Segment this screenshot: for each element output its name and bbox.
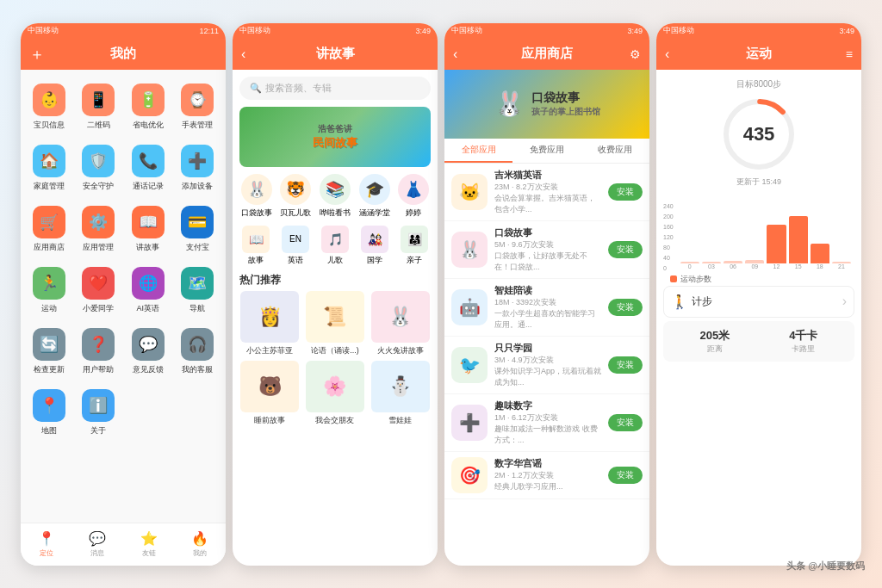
- grid-item-二维码[interactable]: 📱 二维码: [74, 77, 124, 138]
- install-button[interactable]: 安装: [608, 414, 643, 431]
- y-axis-label: 0: [663, 265, 674, 271]
- type-item-亲子[interactable]: 👨‍👩‍👧亲子: [401, 226, 428, 266]
- app-desc: 经典儿歌学习应用...: [494, 481, 601, 492]
- hot-item-雪娃娃[interactable]: ⛄雪娃娃: [370, 361, 431, 426]
- type-item-儿歌[interactable]: 🎵儿歌: [321, 226, 349, 266]
- grid-item-省电优化[interactable]: 🔋 省电优化: [123, 77, 173, 138]
- back-icon-4[interactable]: ‹: [665, 46, 669, 62]
- grid-label: 运动: [41, 303, 57, 314]
- app-item-只只学园[interactable]: 🐦 只只学园 3M · 4.9万次安装 课外知识学习App，玩着玩着就成为知..…: [444, 337, 649, 394]
- grid-item-手表管理[interactable]: ⌚ 手表管理: [173, 77, 223, 138]
- bottom-nav-item-友链[interactable]: ⭐友链: [123, 523, 175, 566]
- grid-item-检查更新[interactable]: 🔄 检查更新: [24, 321, 74, 382]
- app-info: 只只学园 3M · 4.9万次安装 课外知识学习App，玩着玩着就成为知...: [494, 342, 601, 388]
- grid-item-我的客服[interactable]: 🎧 我的客服: [173, 321, 223, 382]
- chart-area: 24020016012080400 003060912151821 运动步数: [656, 196, 861, 282]
- tab-item-全部应用[interactable]: 全部应用: [444, 139, 512, 163]
- app-icon: ➕: [451, 405, 488, 441]
- carrier-1: 中国移动: [28, 25, 59, 36]
- grid-item-小爱同学[interactable]: ❤️ 小爱同学: [74, 260, 124, 321]
- bottom-nav-item-消息[interactable]: 💬消息: [72, 523, 124, 566]
- grid-item-讲故事[interactable]: 📖 讲故事: [123, 199, 173, 260]
- install-button[interactable]: 安装: [608, 299, 643, 316]
- category-item-贝瓦儿歌[interactable]: 🐯贝瓦儿歌: [280, 174, 311, 219]
- hot-item-论语（诵读...)[interactable]: 📜论语（诵读...): [305, 291, 366, 356]
- install-button[interactable]: 安装: [608, 356, 643, 374]
- grid-item-支付宝[interactable]: 💳 支付宝: [173, 199, 223, 260]
- bottom-nav-label: 定位: [40, 548, 53, 558]
- hot-item-火火兔讲故事[interactable]: 🐰火火兔讲故事: [370, 291, 431, 356]
- back-icon-2[interactable]: ‹: [241, 46, 245, 62]
- hot-item-小公主苏菲亚[interactable]: 👸小公主苏菲亚: [239, 291, 301, 356]
- grid-item-安全守护[interactable]: 🛡️ 安全守护: [74, 138, 124, 199]
- app-item-数字华宫谣[interactable]: 🎯 数字华宫谣 2M · 1.2万次安装 经典儿歌学习应用... 安装: [444, 452, 649, 499]
- app-item-趣味数字[interactable]: ➕ 趣味数字 1M · 6.12万次安装 趣味加减法一种解数游戏 收费方式：..…: [444, 394, 649, 452]
- install-button[interactable]: 安装: [608, 183, 643, 201]
- tab-item-免费应用[interactable]: 免费应用: [512, 139, 581, 163]
- category-item-涵涵学堂[interactable]: 🎓涵涵学堂: [359, 174, 390, 219]
- grid-label: 家庭管理: [34, 181, 65, 192]
- step-count-section[interactable]: 🚶 计步 ›: [663, 286, 854, 318]
- grid-icon: 🛡️: [82, 145, 115, 177]
- app-item-口袋故事[interactable]: 🐰 口袋故事 5M · 9.6万次安装 口袋故事，让好故事无处不在！口袋故...…: [444, 221, 649, 279]
- type-icon: 🎎: [361, 226, 388, 253]
- tab-item-收费应用[interactable]: 收费应用: [581, 139, 649, 163]
- step-count-label: 🚶 计步: [671, 294, 712, 310]
- grid-item-宝贝信息[interactable]: 👶 宝贝信息: [24, 77, 74, 138]
- grid-label: 导航: [189, 303, 205, 314]
- app-icon: 🐱: [451, 174, 488, 210]
- category-item-婷婷[interactable]: 👗婷婷: [398, 174, 429, 219]
- bottom-nav-icon: ⭐: [140, 530, 158, 547]
- settings-icon-3[interactable]: ⚙: [630, 47, 641, 61]
- grid-item-添加设备[interactable]: ➕ 添加设备: [173, 138, 223, 199]
- category-label: 涵涵学堂: [359, 207, 390, 219]
- type-icon: 🎵: [321, 226, 349, 253]
- grid-item-应用管理[interactable]: ⚙️ 应用管理: [74, 199, 124, 260]
- status-bar-3: 中国移动 3:49: [444, 23, 649, 39]
- hot-item-我会交朋友[interactable]: 🌸我会交朋友: [305, 361, 366, 426]
- app-info: 数字华宫谣 2M · 1.2万次安装 经典儿歌学习应用...: [494, 457, 601, 492]
- grid-item-意见反馈[interactable]: 💬 意见反馈: [123, 321, 173, 382]
- y-axis-label: 240: [663, 203, 674, 209]
- install-button[interactable]: 安装: [608, 241, 643, 258]
- back-icon-3[interactable]: ‹: [453, 46, 457, 62]
- banner-text-2: 民间故事: [313, 135, 357, 151]
- grid-icon: ❤️: [82, 267, 115, 300]
- grid-label: 小爱同学: [83, 303, 114, 314]
- category-item-哗啦看书[interactable]: 📚哗啦看书: [320, 174, 351, 219]
- app-info: 趣味数字 1M · 6.12万次安装 趣味加减法一种解数游戏 收费方式：...: [494, 399, 601, 446]
- y-axis-label: 80: [663, 244, 674, 251]
- grid-item-导航[interactable]: 🗺️ 导航: [173, 260, 223, 321]
- grid-item-用户帮助[interactable]: ❓ 用户帮助: [74, 321, 124, 382]
- stats-row: 205米 距离 4千卡 卡路里: [670, 328, 848, 355]
- app-item-智娃陪读[interactable]: 🤖 智娃陪读 18M · 3392次安装 一款小学生超喜欢的智能学习应用。通..…: [444, 279, 649, 337]
- app-item-吉米猫英语[interactable]: 🐱 吉米猫英语 23M · 8.2万次安装 会说会算掌握。吉米猫英语，包含小学.…: [444, 164, 649, 221]
- grid-item-应用商店[interactable]: 🛒 应用商店: [24, 199, 74, 260]
- install-button[interactable]: 安装: [608, 467, 643, 484]
- type-item-英语[interactable]: EN英语: [282, 226, 309, 266]
- chart-bar-5: [789, 216, 808, 263]
- grid-label: 宝贝信息: [34, 120, 65, 131]
- hot-item-睡前故事[interactable]: 🐻睡前故事: [239, 361, 301, 426]
- grid-item-地图[interactable]: 📍 地图: [24, 382, 74, 443]
- y-axis-label: 200: [663, 214, 674, 220]
- watermark: 头条 @小睡要数码: [786, 560, 865, 573]
- type-item-国学[interactable]: 🎎国学: [361, 226, 388, 266]
- category-item-口袋故事[interactable]: 🐰口袋故事: [241, 174, 272, 219]
- grid-label: 安全守护: [83, 181, 114, 192]
- type-item-故事[interactable]: 📖故事: [242, 226, 270, 266]
- grid-item-运动[interactable]: 🏃 运动: [24, 260, 74, 321]
- grid-item-通话记录[interactable]: 📞 通话记录: [123, 138, 173, 199]
- app-meta: 2M · 1.2万次安装: [494, 470, 601, 481]
- search-bar-2[interactable]: 🔍 搜索音频、专辑: [239, 77, 431, 100]
- grid-item-AI英语[interactable]: 🌐 AI英语: [123, 260, 173, 321]
- grid-item-家庭管理[interactable]: 🏠 家庭管理: [24, 138, 74, 199]
- grid-item-关于[interactable]: ℹ️ 关于: [74, 382, 124, 443]
- menu-icon-4[interactable]: ≡: [846, 47, 853, 61]
- grid-icon: 📍: [33, 389, 65, 422]
- bottom-nav-item-我的[interactable]: 🔥我的: [175, 523, 227, 566]
- bottom-nav-item-定位[interactable]: 📍定位: [21, 523, 72, 566]
- grid-icon: 🏠: [33, 145, 65, 177]
- grid-icon: 🛒: [33, 206, 65, 238]
- plus-icon[interactable]: ＋: [29, 44, 45, 65]
